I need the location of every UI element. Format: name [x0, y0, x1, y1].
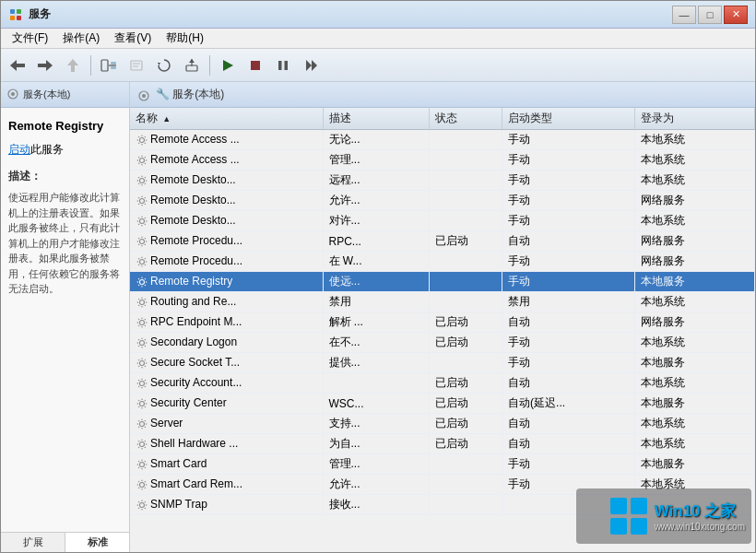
svg-point-73 — [140, 239, 145, 243]
table-row[interactable]: Remote Procedu...RPC...已启动自动网络服务 — [130, 231, 755, 252]
svg-line-189 — [138, 481, 139, 482]
menu-action[interactable]: 操作(A) — [55, 29, 107, 48]
left-panel-content: Remote Registry 启动此服务 描述： 使远程用户能修改此计算机上的… — [1, 108, 129, 308]
svg-line-174 — [145, 461, 146, 462]
action-link[interactable]: 启动 — [8, 143, 30, 156]
menu-help[interactable]: 帮助(H) — [159, 29, 211, 48]
menu-bar: 文件(F) 操作(A) 查看(V) 帮助(H) — [1, 29, 755, 49]
services-table-wrap[interactable]: 名称 ▲ 描述 状态 启动类型 登录为 Remote Access — [130, 108, 755, 552]
svg-point-145 — [140, 401, 145, 406]
table-row[interactable]: Smart Card管理...手动本地服务 — [130, 454, 755, 475]
menu-view[interactable]: 查看(V) — [107, 29, 159, 48]
play-button[interactable] — [215, 53, 241, 78]
svg-line-147 — [145, 400, 146, 401]
show-tree-button[interactable] — [96, 53, 122, 78]
table-row[interactable]: Security CenterWSC...已启动自动(延迟...本地服务 — [130, 394, 755, 414]
svg-rect-21 — [285, 61, 289, 70]
cell-logon: 本地系统 — [635, 434, 755, 454]
table-row[interactable]: Remote Deskto...对许...手动本地系统 — [130, 211, 755, 231]
svg-line-81 — [138, 238, 139, 239]
stop-button[interactable] — [242, 53, 268, 78]
desc-label: 描述： — [8, 169, 122, 184]
svg-rect-20 — [278, 61, 282, 70]
minimize-button[interactable]: — — [672, 6, 696, 24]
back-button[interactable] — [5, 53, 30, 78]
services-table: 名称 ▲ 描述 状态 启动类型 登录为 Remote Access — [130, 108, 755, 515]
cell-status — [429, 171, 502, 191]
table-row[interactable]: Remote Registry使远...手动本地服务 — [130, 272, 755, 292]
window-icon — [8, 7, 23, 22]
svg-rect-199 — [610, 498, 627, 514]
table-row[interactable]: RPC Endpoint M...解析 ...已启动自动网络服务 — [130, 312, 755, 333]
svg-line-124 — [138, 346, 139, 347]
table-row[interactable]: Shell Hardware ...为自...已启动自动本地系统 — [130, 434, 755, 454]
table-row[interactable]: Remote Access ...无论...手动本地系统 — [130, 130, 755, 150]
cell-status — [429, 252, 502, 272]
table-row[interactable]: Secondary Logon在不...已启动手动本地系统 — [130, 333, 755, 353]
start-service-link[interactable]: 启动此服务 — [8, 142, 122, 158]
svg-line-68 — [145, 224, 146, 225]
toolbar-sep-2 — [209, 55, 210, 76]
col-logon[interactable]: 登录为 — [635, 108, 755, 130]
svg-rect-3 — [17, 16, 21, 20]
maximize-button[interactable]: □ — [698, 6, 722, 24]
table-row[interactable]: Remote Deskto...允许...手动网络服务 — [130, 191, 755, 211]
svg-line-95 — [145, 285, 146, 286]
title-bar: 服务 — □ ✕ — [1, 1, 755, 29]
svg-line-108 — [138, 299, 139, 300]
forward-button[interactable] — [32, 53, 58, 78]
table-row[interactable]: Remote Access ...管理...手动本地系统 — [130, 150, 755, 171]
cell-startup: 手动 — [502, 150, 635, 171]
cell-name: SNMP Trap — [130, 495, 323, 515]
right-panel-header-icon — [137, 87, 150, 101]
svg-rect-0 — [10, 9, 15, 14]
cell-startup: 手动 — [502, 130, 635, 150]
cell-name: Routing and Re... — [130, 292, 323, 312]
svg-point-136 — [140, 381, 145, 385]
cell-status — [429, 454, 502, 475]
cell-status — [429, 272, 502, 292]
cell-desc: 使远... — [323, 272, 429, 292]
cell-startup: 手动 — [502, 211, 635, 231]
col-startup[interactable]: 启动类型 — [502, 108, 635, 130]
restart-button[interactable] — [298, 53, 324, 78]
svg-line-140 — [145, 386, 146, 387]
tab-expand[interactable]: 扩展 — [1, 533, 65, 552]
col-status[interactable]: 状态 — [429, 108, 502, 130]
col-name[interactable]: 名称 ▲ — [130, 108, 323, 130]
svg-point-127 — [140, 360, 145, 365]
svg-marker-5 — [38, 60, 53, 71]
watermark: Win10 之家 www.win10xitong.com — [608, 496, 745, 536]
table-row[interactable]: Server支持...已启动自动本地系统 — [130, 414, 755, 434]
svg-line-160 — [138, 427, 139, 428]
svg-rect-1 — [17, 9, 21, 14]
pause-button[interactable] — [270, 53, 296, 78]
svg-line-187 — [138, 488, 139, 488]
svg-line-156 — [145, 420, 146, 421]
table-row[interactable]: Secure Socket T...提供...手动本地服务 — [130, 353, 755, 373]
refresh-button[interactable] — [151, 53, 177, 78]
cell-logon: 本地服务 — [635, 394, 755, 414]
svg-line-183 — [145, 481, 146, 482]
title-bar-buttons: — □ ✕ — [672, 6, 748, 24]
menu-file[interactable]: 文件(F) — [5, 29, 55, 48]
svg-line-57 — [145, 197, 146, 198]
export-button[interactable] — [179, 53, 205, 78]
table-row[interactable]: Remote Procedu...在 W...手动网络服务 — [130, 252, 755, 272]
svg-point-118 — [140, 340, 145, 345]
table-row[interactable]: Security Account...已启动自动本地系统 — [130, 373, 755, 394]
table-row[interactable]: Routing and Re...禁用禁用本地系统 — [130, 292, 755, 312]
cell-logon: 网络服务 — [635, 231, 755, 252]
cell-startup: 手动 — [502, 454, 635, 475]
toolbar-sep-1 — [90, 55, 91, 76]
tab-standard[interactable]: 标准 — [65, 533, 129, 552]
close-button[interactable]: ✕ — [724, 6, 748, 24]
svg-line-34 — [138, 143, 139, 144]
svg-line-198 — [138, 501, 139, 502]
col-desc[interactable]: 描述 — [323, 108, 429, 130]
svg-line-192 — [145, 501, 146, 502]
table-row[interactable]: Remote Deskto...远程...手动本地系统 — [130, 171, 755, 191]
svg-point-91 — [140, 279, 145, 284]
svg-line-66 — [145, 218, 146, 218]
svg-line-171 — [138, 441, 139, 441]
